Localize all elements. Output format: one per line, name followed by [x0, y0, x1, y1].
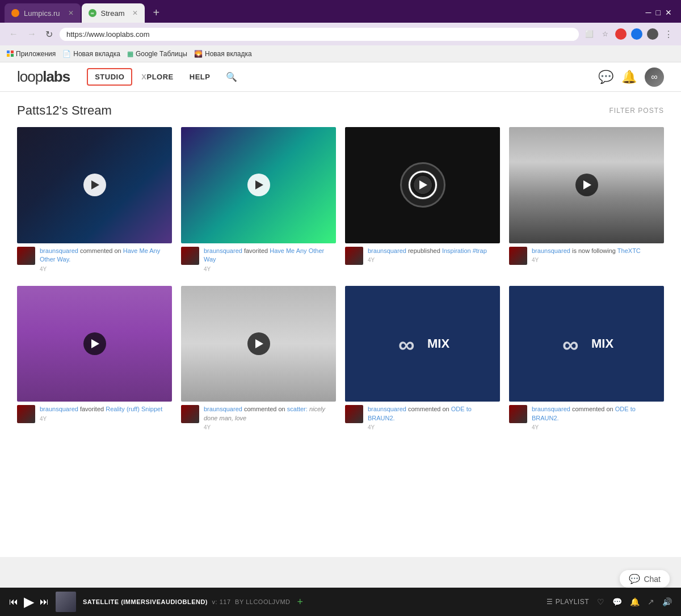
tab-close-1[interactable]: ✕	[68, 9, 74, 17]
profile-button[interactable]: ∞	[645, 67, 664, 87]
thumb-inner-7: ∞ MIX	[345, 286, 500, 402]
close-button[interactable]: ✕	[665, 8, 672, 17]
thumb-inner-6	[181, 286, 336, 402]
opera-icon[interactable]	[615, 28, 627, 40]
comment-button[interactable]: 💬	[612, 597, 622, 606]
doc-icon: 📄	[62, 50, 71, 58]
browser-tab-lumpics[interactable]: Lumpics.ru ✕	[5, 3, 81, 23]
play-button-6[interactable]	[247, 332, 270, 355]
maximize-button[interactable]: □	[656, 8, 661, 17]
nav-item-studio[interactable]: STUDIO	[87, 68, 132, 86]
chat-nav-icon[interactable]: 💬	[598, 70, 613, 85]
new-icon: 🌄	[194, 50, 203, 58]
post-card-3[interactable]: braunsquared republished Inspiration #tr…	[345, 127, 500, 277]
next-button[interactable]: ⏭	[40, 597, 49, 607]
post-time-3: 4Y	[368, 256, 487, 264]
post-user-link-2[interactable]: braunsquared	[204, 247, 242, 254]
repost-button[interactable]: 🔔	[630, 597, 640, 606]
post-user-link-7[interactable]: braunsquared	[368, 406, 406, 412]
post-card-2[interactable]: braunsquared favorited Have Me Any Other…	[181, 127, 336, 277]
tab-favicon-1	[11, 9, 19, 17]
bookmark-new-tab-1[interactable]: 📄 Новая вкладка	[62, 50, 120, 58]
forward-button[interactable]: →	[25, 28, 39, 40]
post-content-link-3[interactable]: Inspiration #trap	[442, 247, 487, 254]
play-triangle-6	[255, 339, 263, 348]
apps-grid-icon	[7, 50, 14, 57]
vinyl-play-triangle	[419, 180, 427, 189]
site-header: looplabs STUDIO XXPLOREPLORE HELP 🔍 💬 🔔 …	[0, 62, 681, 92]
post-card-6[interactable]: braunsquared commented on scatter: nicel…	[181, 286, 336, 436]
play-button-5[interactable]	[83, 332, 106, 355]
browser-tab-stream[interactable]: ∞ Stream ✕	[82, 3, 145, 23]
address-icons: ⬜ ☆ ⋮	[583, 28, 674, 40]
post-user-link-6[interactable]: braunsquared	[204, 406, 242, 412]
chat-area[interactable]: 💬 Chat	[620, 570, 670, 588]
new-tab-button[interactable]: +	[148, 6, 164, 19]
bookmark-sheets[interactable]: ▦ Google Таблицы	[127, 50, 187, 58]
volume-button[interactable]: 🔊	[662, 597, 672, 606]
post-meta-1: braunsquared commented on Have Me Any Ot…	[17, 243, 172, 277]
tab-close-2[interactable]: ✕	[132, 9, 138, 17]
menu-icon[interactable]: ⋮	[663, 28, 674, 40]
address-bar: ← → ↻ ⬜ ☆ ⋮	[0, 23, 681, 45]
nav-item-help[interactable]: HELP	[183, 69, 217, 85]
profile-avatar[interactable]	[647, 28, 658, 40]
post-thumb-7: ∞ MIX	[345, 286, 500, 402]
address-input[interactable]	[60, 28, 579, 41]
avatar-2	[181, 247, 199, 265]
post-user-link-5[interactable]: braunsquared	[40, 406, 78, 412]
post-time-8: 4Y	[532, 424, 664, 432]
play-button-1[interactable]	[83, 174, 106, 196]
post-thumb-1	[17, 127, 172, 243]
sync-icon[interactable]	[631, 28, 642, 40]
xplore-partial: X	[141, 73, 146, 81]
post-content-link-4[interactable]: TheXTC	[617, 247, 641, 254]
avatar-3	[345, 247, 363, 265]
main-content: Patts12's Stream FILTER POSTS braunsquar…	[0, 92, 681, 446]
mix-text-1: MIX	[427, 336, 449, 351]
add-track-button[interactable]: +	[297, 596, 304, 608]
posts-grid: braunsquared commented on Have Me Any Ot…	[17, 127, 664, 435]
post-content-link-6[interactable]: scatter:	[287, 406, 308, 412]
notifications-icon[interactable]: 🔔	[621, 70, 637, 85]
bookmark-icon[interactable]: ☆	[599, 28, 611, 40]
post-meta-5: braunsquared favorited Reality (ruff) Sn…	[17, 402, 172, 427]
like-button[interactable]: ♡	[597, 597, 604, 606]
refresh-button[interactable]: ↻	[43, 28, 55, 41]
cast-icon[interactable]: ⬜	[583, 28, 595, 40]
play-button-2[interactable]	[247, 174, 270, 196]
post-user-link-8[interactable]: braunsquared	[532, 406, 570, 412]
play-triangle-1	[91, 180, 99, 189]
post-meta-2: braunsquared favorited Have Me Any Other…	[181, 243, 336, 277]
share-button[interactable]: ↗	[648, 597, 654, 606]
back-button[interactable]: ←	[7, 28, 20, 40]
play-triangle-4	[583, 180, 591, 189]
tab-label-2: Stream	[101, 9, 125, 18]
play-button-4[interactable]	[575, 174, 598, 196]
post-user-link-3[interactable]: braunsquared	[368, 247, 406, 254]
prev-button[interactable]: ⏮	[9, 597, 18, 607]
post-card-5[interactable]: braunsquared favorited Reality (ruff) Sn…	[17, 286, 172, 436]
nav-item-xplore[interactable]: XXPLOREPLORE	[134, 69, 180, 85]
search-icon-nav[interactable]: 🔍	[219, 68, 245, 86]
bookmark-apps[interactable]: Приложения	[7, 50, 56, 58]
minimize-button[interactable]: ─	[646, 8, 651, 17]
post-user-link-4[interactable]: braunsquared	[532, 247, 570, 254]
bookmark-new-tab-2[interactable]: 🌄 Новая вкладка	[194, 50, 252, 58]
post-card-4[interactable]: braunsquared is now following TheXTC 4Y	[509, 127, 664, 277]
avatar-1	[17, 247, 35, 265]
post-content-link-5[interactable]: Reality (ruff) Snippet	[106, 406, 162, 412]
play-pause-button[interactable]: ▶	[24, 594, 34, 610]
avatar-8	[509, 405, 527, 423]
bookmark-newtab2-label: Новая вкладка	[205, 50, 252, 58]
playlist-button[interactable]: ☰ PLAYLIST	[547, 598, 589, 606]
mix-text-2: MIX	[591, 336, 613, 351]
post-card-1[interactable]: braunsquared commented on Have Me Any Ot…	[17, 127, 172, 277]
post-user-link-1[interactable]: braunsquared	[40, 247, 78, 254]
filter-posts-button[interactable]: FILTER POSTS	[609, 107, 664, 115]
site-logo[interactable]: looplabs	[17, 68, 70, 86]
post-card-8[interactable]: ∞ MIX braunsquared commented on ODE to B…	[509, 286, 664, 436]
vinyl-play-circle[interactable]	[409, 171, 437, 199]
post-card-7[interactable]: ∞ MIX braunsquared commented on ODE to B…	[345, 286, 500, 436]
post-meta-7: braunsquared commented on ODE to BRAUN2.…	[345, 402, 500, 435]
